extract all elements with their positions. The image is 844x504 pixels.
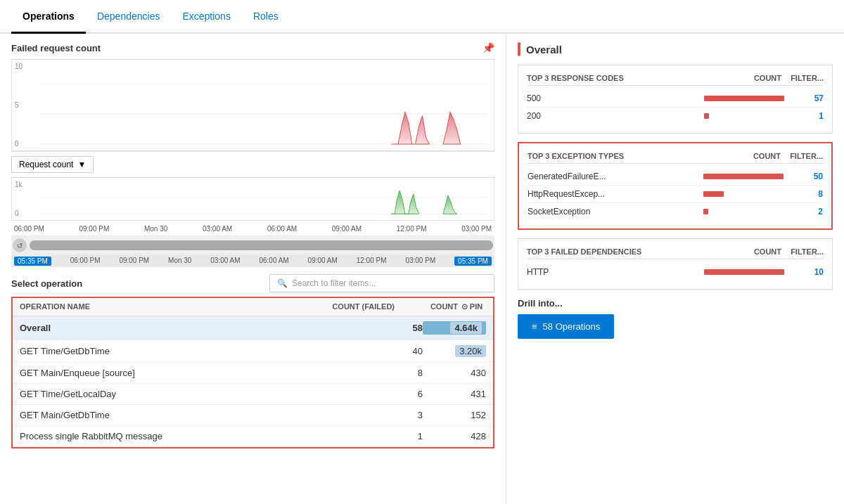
row-name: GET Main/GetDbTime — [20, 410, 331, 420]
drill-button[interactable]: ≡ 58 Operations — [518, 314, 614, 339]
response-bar-200 — [704, 113, 788, 119]
exception-col-filter[interactable]: FILTER... — [781, 152, 823, 160]
overall-header: Overall — [518, 42, 833, 56]
time-end-label: 05:35 PM — [454, 257, 492, 266]
chart-y-labels-upper: 10 5 0 — [15, 60, 23, 150]
time-start-label: 05:35 PM — [14, 257, 51, 266]
drill-label: Drill into... — [518, 298, 833, 309]
scroll-handle[interactable] — [30, 240, 493, 250]
select-operation-row: Select operation 🔍 Search to filter item… — [11, 274, 494, 292]
exception-count-2: 8 — [788, 189, 823, 199]
tab-dependencies[interactable]: Dependencies — [86, 1, 172, 34]
request-count-dropdown[interactable]: Request count ▼ — [11, 156, 94, 173]
header-failed[interactable]: COUNT (FAILED) — [303, 302, 395, 311]
exception-bar-2 — [703, 191, 788, 197]
select-op-label: Select operation — [11, 278, 82, 289]
row-count: 431 — [423, 389, 486, 399]
header-count[interactable]: COUNT — [395, 302, 458, 311]
response-codes-title: Top 3 response codes — [527, 74, 662, 82]
response-bar-500 — [704, 96, 788, 101]
exception-row-2[interactable]: HttpRequestExcep... 8 — [528, 186, 823, 203]
table-header: OPERATION NAME COUNT (FAILED) COUNT ⊙ PI… — [13, 298, 493, 316]
response-codes-spacer — [662, 74, 746, 82]
response-label-500: 500 — [527, 93, 704, 103]
dep-bar-http — [704, 269, 788, 275]
lower-chart: 1k 0 — [12, 178, 494, 220]
response-count-500: 57 — [788, 93, 824, 103]
tab-operations[interactable]: Operations — [11, 1, 86, 34]
search-placeholder: Search to filter items... — [292, 278, 376, 288]
tab-roles[interactable]: Roles — [242, 1, 290, 34]
response-codes-col-count: COUNT — [746, 74, 781, 82]
timeline-labels-bottom: 05:35 PM 06:00 PM 09:00 PM Mon 30 03:00 … — [11, 255, 494, 267]
table-row[interactable]: GET Main/Enqueue [source] 8 430 — [13, 363, 493, 384]
top-nav: Operations Dependencies Exceptions Roles — [0, 0, 844, 34]
scroll-track[interactable] — [30, 240, 493, 250]
tl-b8: 03:00 PM — [405, 257, 435, 266]
exception-types-header: Top 3 exception types COUNT FILTER... — [528, 152, 823, 164]
tl-5: 06:00 AM — [267, 225, 297, 233]
svg-marker-7 — [391, 190, 418, 214]
dependencies-card: Top 3 failed dependencies COUNT FILTER..… — [518, 238, 833, 290]
row-failed: 3 — [331, 410, 423, 420]
y-label-1k: 1k — [15, 181, 23, 188]
chart-title: Failed request count — [11, 43, 101, 53]
row-overall-name: Overall — [20, 323, 331, 333]
scroll-back-icon[interactable]: ↺ — [13, 238, 27, 252]
y-label-0b: 0 — [15, 209, 23, 217]
table-row-overall[interactable]: Overall 58 4.64k — [13, 316, 493, 340]
exception-row-1[interactable]: GeneratedFailureE... 50 — [528, 168, 823, 186]
dep-row-http[interactable]: HTTP 10 — [527, 264, 824, 280]
search-box[interactable]: 🔍 Search to filter items... — [269, 274, 494, 292]
y-label-5: 5 — [15, 101, 23, 109]
row-name: GET Main/Enqueue [source] — [20, 368, 331, 378]
row-name: Process single RabbitMQ message — [20, 431, 331, 441]
upper-chart-area: 10 5 0 — [11, 59, 494, 152]
exception-row-3[interactable]: SocketException 2 — [528, 203, 823, 220]
response-codes-col-filter[interactable]: FILTER... — [781, 74, 824, 82]
y-label-0: 0 — [15, 140, 23, 148]
table-row[interactable]: GET Time/GetDbTime 40 3.20k — [13, 340, 493, 363]
dependencies-title: Top 3 failed dependencies — [527, 247, 662, 256]
main-container: Failed request count 📌 10 5 0 — [0, 34, 844, 504]
row-count: 428 — [423, 431, 486, 441]
response-row-500[interactable]: 500 57 — [527, 90, 824, 108]
dependencies-header: Top 3 failed dependencies COUNT FILTER..… — [527, 247, 824, 259]
row-failed: 6 — [331, 389, 423, 399]
table-row[interactable]: GET Main/GetDbTime 3 152 — [13, 405, 493, 426]
tl-b1: 06:00 PM — [70, 257, 101, 266]
tl-b4: 03:00 AM — [210, 257, 240, 266]
tl-7: 12:00 PM — [397, 225, 427, 233]
response-label-200: 200 — [527, 111, 704, 121]
dep-col-filter[interactable]: FILTER... — [781, 247, 824, 256]
tab-exceptions[interactable]: Exceptions — [171, 1, 241, 34]
scroll-row[interactable]: ↺ — [11, 235, 494, 255]
exception-count-1: 50 — [788, 172, 823, 181]
tl-b6: 09:00 AM — [308, 257, 338, 266]
chart-y-labels-lower: 1k 0 — [15, 178, 23, 220]
tl-b5: 06:00 AM — [259, 257, 288, 266]
svg-marker-4 — [443, 112, 461, 144]
exception-bar-1 — [703, 174, 788, 179]
chart-title-row: Failed request count 📌 — [11, 42, 494, 53]
row-overall-failed: 58 — [331, 323, 423, 333]
drill-section: Drill into... ≡ 58 Operations — [518, 298, 833, 339]
table-row[interactable]: GET Time/GetLocalDay 6 431 — [13, 384, 493, 405]
table-row[interactable]: Process single RabbitMQ message 1 428 — [13, 426, 493, 447]
row-failed: 1 — [331, 431, 423, 441]
exception-label-2: HttpRequestExcep... — [528, 189, 703, 199]
tl-4: 03:00 AM — [203, 225, 232, 233]
response-count-200: 1 — [788, 111, 824, 121]
dropdown-row: Request count ▼ — [11, 156, 494, 173]
tl-8: 03:00 PM — [461, 225, 492, 233]
dep-count-http: 10 — [788, 267, 824, 277]
dep-col-count: COUNT — [746, 247, 781, 256]
row-name: GET Time/GetLocalDay — [20, 389, 331, 399]
overall-bar-accent — [518, 42, 520, 56]
pin-icon[interactable]: 📌 — [482, 42, 494, 53]
response-row-200[interactable]: 200 1 — [527, 108, 824, 124]
lower-chart-area: 1k 0 — [11, 177, 494, 221]
exception-types-title: Top 3 exception types — [528, 152, 661, 160]
drill-btn-label: 58 Operations — [543, 321, 601, 332]
row-count: 430 — [423, 368, 486, 378]
